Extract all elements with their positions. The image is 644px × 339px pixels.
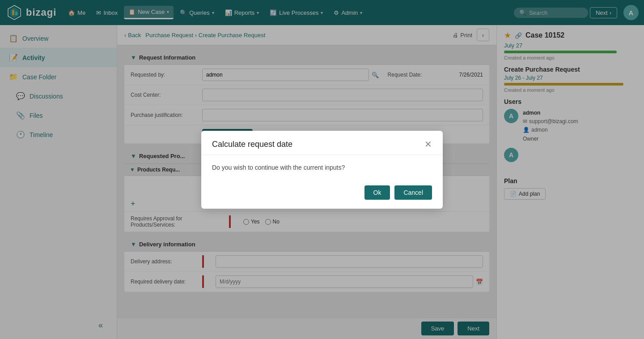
modal-header: Calculate request date ✕ <box>201 131 443 155</box>
modal-ok-button[interactable]: Ok <box>364 185 390 200</box>
modal-overlay: Calculate request date ✕ Do you wish to … <box>0 0 644 339</box>
modal-body-text: Do you wish to continue with the current… <box>212 164 345 171</box>
modal-body: Do you wish to continue with the current… <box>201 155 443 180</box>
modal-title: Calculate request date <box>212 140 292 149</box>
modal-footer: Ok Cancel <box>201 180 443 209</box>
modal-cancel-button[interactable]: Cancel <box>394 185 432 200</box>
modal-close-button[interactable]: ✕ <box>424 140 432 149</box>
modal-box: Calculate request date ✕ Do you wish to … <box>201 131 443 209</box>
